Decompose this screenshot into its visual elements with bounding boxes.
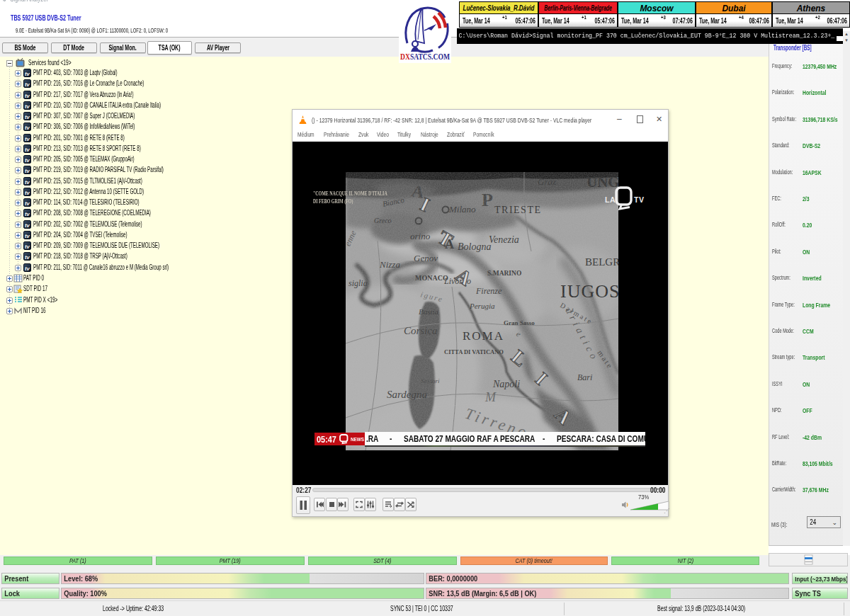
svg-text:TV: TV	[634, 195, 644, 204]
svg-text:LA: LA	[605, 195, 616, 204]
svg-text:DXSATCS.COM: DXSATCS.COM	[400, 52, 450, 62]
